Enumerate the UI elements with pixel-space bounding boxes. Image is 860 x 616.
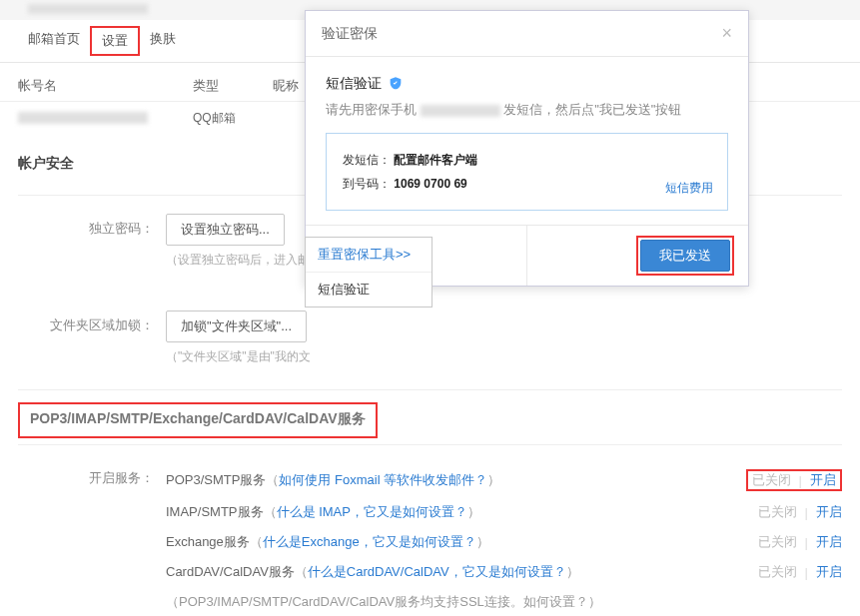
label-folder-lock: 文件夹区域加锁：: [18, 310, 166, 334]
tab-settings[interactable]: 设置: [90, 26, 140, 56]
shield-icon: [388, 76, 404, 92]
status-closed: 已关闭: [752, 471, 791, 489]
help-carddav[interactable]: 什么是CardDAV/CalDAV，它又是如何设置？: [308, 563, 566, 581]
cell-type: QQ邮箱: [193, 110, 273, 127]
lock-folder-button[interactable]: 加锁"文件夹区域"...: [166, 310, 307, 342]
sms-info-box: 发短信： 配置邮件客户端 到号码： 1069 0700 69 短信费用: [326, 133, 728, 211]
help-pop3[interactable]: 如何使用 Foxmail 等软件收发邮件？: [279, 471, 487, 489]
service-exchange: Exchange服务 （什么是Exchange，它又是如何设置？） 已关闭|开启: [166, 527, 842, 557]
label-independent-pwd: 独立密码：: [18, 214, 166, 238]
help-exchange[interactable]: 什么是Exchange，它又是如何设置？: [263, 533, 476, 551]
modal-title: 验证密保: [322, 25, 378, 43]
close-icon[interactable]: ×: [721, 23, 732, 44]
open-imap[interactable]: 开启: [816, 503, 842, 521]
lock-hint: （"文件夹区域"是由"我的文: [166, 348, 311, 365]
th-type: 类型: [193, 77, 273, 95]
sent-button-highlight: 我已发送: [636, 236, 734, 276]
sent-button[interactable]: 我已发送: [640, 240, 730, 272]
sms-verify-title: 短信验证: [326, 75, 382, 93]
sms-hint: 请先用密保手机 发短信，然后点"我已发送"按钮: [326, 101, 728, 119]
services-title: POP3/IMAP/SMTP/Exchange/CardDAV/CalDAV服务: [24, 406, 372, 432]
service-imapsmtp: IMAP/SMTP服务 （什么是 IMAP，它又是如何设置？） 已关闭|开启: [166, 497, 842, 527]
try-other-button[interactable]: 验不了,试试其他▲: [306, 226, 527, 286]
sms-content: 配置邮件客户端: [394, 153, 477, 167]
set-pwd-button[interactable]: 设置独立密码...: [166, 214, 285, 246]
open-exchange[interactable]: 开启: [816, 533, 842, 551]
sms-cost-link[interactable]: 短信费用: [665, 176, 713, 200]
services-title-highlight: POP3/IMAP/SMTP/Exchange/CardDAV/CalDAV服务: [18, 402, 378, 438]
verify-modal: 验证密保 × 短信验证 请先用密保手机 发短信，然后点"我已发送"按钮 发短信：…: [305, 10, 749, 287]
tab-home[interactable]: 邮箱首页: [18, 26, 90, 56]
sms-number: 1069 0700 69: [394, 177, 466, 191]
service-pop3smtp: POP3/SMTP服务 （如何使用 Foxmail 等软件收发邮件？） 已关闭|…: [166, 463, 842, 497]
open-carddav[interactable]: 开启: [816, 563, 842, 581]
caret-up-icon: ▲: [413, 251, 423, 262]
open-pop3[interactable]: 开启: [810, 471, 836, 489]
help-imap[interactable]: 什么是 IMAP，它又是如何设置？: [277, 503, 467, 521]
account-name-blur: [18, 112, 148, 124]
tab-skin[interactable]: 换肤: [140, 26, 186, 56]
ssl-note: （POP3/IMAP/SMTP/CardDAV/CalDAV服务均支持SSL连接…: [166, 593, 601, 611]
th-account: 帐号名: [18, 77, 193, 95]
status-highlight: 已关闭|开启: [746, 469, 842, 491]
service-carddav: CardDAV/CalDAV服务 （什么是CardDAV/CalDAV，它又是如…: [166, 557, 842, 587]
pwd-hint: （设置独立密码后，进入邮: [166, 252, 310, 269]
label-open-service: 开启服务：: [18, 463, 166, 487]
